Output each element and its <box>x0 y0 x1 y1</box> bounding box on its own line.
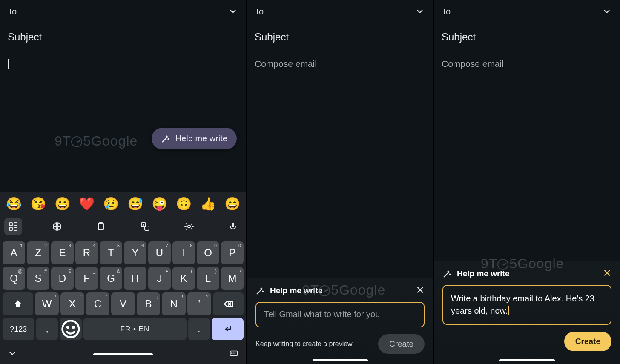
emoji-option[interactable]: 😅 <box>127 198 143 210</box>
translate-icon[interactable] <box>136 218 154 235</box>
to-label: To <box>8 7 17 17</box>
emoji-key[interactable] <box>60 318 82 340</box>
key-row-1: A1 Z2 E3 R4 T5 Y6 U7 I8 O9 P0 <box>3 241 244 264</box>
emoji-option[interactable]: 😀 <box>55 198 70 210</box>
key-f[interactable]: F_ <box>75 267 98 290</box>
key-apostrophe[interactable]: '? <box>187 292 211 315</box>
key-i[interactable]: I8 <box>172 241 195 264</box>
key-row-3: W* X" C' V: B; N! '? <box>3 292 244 315</box>
key-m[interactable]: M/ <box>221 267 244 290</box>
close-icon[interactable] <box>416 286 425 296</box>
emoji-option[interactable]: 😜 <box>152 198 167 210</box>
shift-key[interactable] <box>3 292 33 315</box>
comma-key[interactable]: , <box>36 318 58 340</box>
create-button[interactable]: Create <box>564 332 611 351</box>
chevron-down-icon[interactable] <box>414 6 425 17</box>
to-label: To <box>255 7 264 17</box>
key-r[interactable]: R4 <box>75 241 98 264</box>
symbols-key[interactable]: ?123 <box>3 318 34 340</box>
text-cursor <box>508 306 509 315</box>
key-p[interactable]: P0 <box>221 241 244 264</box>
magic-wand-icon <box>442 269 452 278</box>
key-row-2: Q@ S# D€ F_ G& H- J+ K( L) M/ <box>3 267 244 290</box>
gesture-handle <box>499 359 555 361</box>
sheet-title: Help me write <box>457 269 510 278</box>
key-s[interactable]: S# <box>27 267 49 290</box>
prompt-placeholder: Tell Gmail what to write for you <box>264 310 380 319</box>
key-o[interactable]: O9 <box>197 241 219 264</box>
key-w[interactable]: W* <box>35 292 59 315</box>
body-field[interactable]: 9T5Google Help me write <box>0 51 246 192</box>
key-x[interactable]: X" <box>60 292 84 315</box>
key-n[interactable]: N! <box>162 292 186 315</box>
body-placeholder: Compose email <box>442 59 504 69</box>
key-g[interactable]: G& <box>100 267 122 290</box>
gesture-handle <box>93 353 153 355</box>
collapse-keyboard-icon[interactable] <box>8 349 17 360</box>
enter-key[interactable] <box>212 318 244 340</box>
help-me-write-sheet: 9T5Google Help me write Tell Gmail what … <box>247 278 433 364</box>
key-e[interactable]: E3 <box>51 241 74 264</box>
apps-icon[interactable] <box>4 218 22 235</box>
key-h[interactable]: H- <box>124 267 146 290</box>
key-a[interactable]: A1 <box>3 241 25 264</box>
key-row-4: ?123 , FR • EN . <box>3 318 244 340</box>
clipboard-icon[interactable] <box>92 218 110 235</box>
spacebar[interactable]: FR • EN <box>83 318 186 340</box>
subject-field[interactable]: Subject <box>434 23 620 51</box>
help-me-write-sheet: 9T5Google Help me write Write a birthday… <box>434 261 620 364</box>
prompt-input[interactable]: Write a birthday email to Alex. He's 23 … <box>442 285 611 325</box>
emoji-option[interactable]: ❤️ <box>79 198 95 210</box>
to-field[interactable]: To <box>0 0 246 23</box>
chevron-down-icon[interactable] <box>601 6 612 17</box>
magic-wand-icon <box>161 134 170 143</box>
emoji-option[interactable]: 😄 <box>224 198 240 210</box>
gear-icon[interactable] <box>180 218 198 235</box>
to-field[interactable]: To <box>434 0 620 23</box>
close-icon[interactable] <box>603 269 611 279</box>
help-me-write-pill[interactable]: Help me write <box>152 128 237 149</box>
emoji-option[interactable]: 👍 <box>200 198 216 210</box>
key-d[interactable]: D€ <box>51 267 74 290</box>
key-j[interactable]: J+ <box>148 267 171 290</box>
text-cursor <box>8 59 9 69</box>
gesture-handle <box>313 359 368 361</box>
key-b[interactable]: B; <box>137 292 161 315</box>
hint-text: Keep writing to create a preview <box>255 340 353 348</box>
subject-field[interactable]: Subject <box>247 23 433 51</box>
create-button[interactable]: Create <box>378 334 425 354</box>
key-l[interactable]: L) <box>197 267 219 290</box>
subject-label: Subject <box>255 31 289 43</box>
keyboard-toolbar <box>0 214 246 240</box>
prompt-text: Write a birthday email to Alex. He's 23 … <box>451 294 594 315</box>
key-v[interactable]: V: <box>111 292 135 315</box>
sheet-title: Help me write <box>270 286 323 295</box>
prompt-input[interactable]: Tell Gmail what to write for you <box>255 302 425 327</box>
body-placeholder: Compose email <box>255 59 317 69</box>
emoji-option[interactable]: 😢 <box>103 198 119 210</box>
subject-label: Subject <box>442 31 476 43</box>
subject-field[interactable]: Subject <box>0 23 246 51</box>
globe-icon[interactable] <box>48 218 66 235</box>
to-label: To <box>442 7 451 17</box>
emoji-suggestion-strip: 😂 😘 😀 ❤️ 😢 😅 😜 🙃 👍 😄 <box>0 195 246 214</box>
emoji-option[interactable]: 😂 <box>6 198 22 210</box>
chevron-down-icon[interactable] <box>227 6 238 17</box>
emoji-option[interactable]: 🙃 <box>176 198 192 210</box>
to-field[interactable]: To <box>247 0 433 23</box>
key-z[interactable]: Z2 <box>27 241 49 264</box>
keyboard-switch-icon[interactable] <box>229 349 238 360</box>
key-q[interactable]: Q@ <box>3 267 25 290</box>
key-t[interactable]: T5 <box>100 241 122 264</box>
backspace-key[interactable] <box>213 292 244 315</box>
key-u[interactable]: U7 <box>148 241 171 264</box>
on-screen-keyboard: 😂 😘 😀 ❤️ 😢 😅 😜 🙃 👍 😄 <box>0 192 246 364</box>
period-key[interactable]: . <box>188 318 210 340</box>
emoji-option[interactable]: 😘 <box>30 198 46 210</box>
key-y[interactable]: Y6 <box>124 241 146 264</box>
watermark: 9T5Google <box>55 133 138 149</box>
mic-icon[interactable] <box>224 218 242 235</box>
key-k[interactable]: K( <box>172 267 195 290</box>
screenshot-panel-3: To Subject Compose email 9T5Google Help … <box>434 0 620 364</box>
key-c[interactable]: C' <box>86 292 110 315</box>
